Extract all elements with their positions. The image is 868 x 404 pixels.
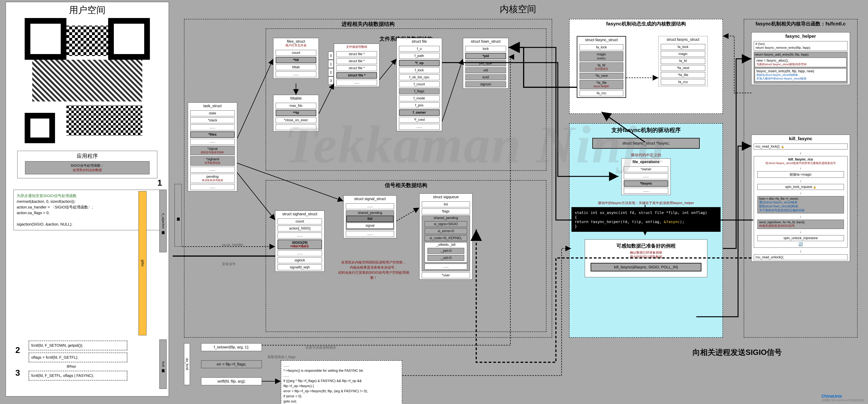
- fdtable-box: fdtable max_fds **fd *close_on_exec ....…: [273, 95, 319, 131]
- step-3-label: 3: [16, 368, 20, 378]
- fasync-helper-box: fasync_helper if (!on) return fasync_rem…: [751, 32, 850, 85]
- setfl-box: setfl(fd, filp, arg);: [201, 377, 262, 385]
- kernel-space-title: 内核空间: [173, 3, 863, 15]
- fasync-struct-left: struct fasync_struct fa_lock magic0x4601…: [577, 36, 626, 98]
- fcntl-syscall-bar: fcntl系统调用接口: [159, 340, 166, 389]
- signal-struct-box: struct signal_struct ...... shared_pendi…: [343, 195, 397, 238]
- sigqueue-box: struct sigqueue list flags shared_pendin…: [419, 193, 472, 280]
- sigaction-syscall-bar: rt_sigaction系统调用接口: [159, 190, 166, 252]
- user-space-title: 用户空间: [6, 4, 169, 16]
- sighand-struct-box: struct sighand_struct count action[_NSIG…: [275, 211, 324, 272]
- driver-panel: 支持fasync机制的驱动程序 struct fasync_struct *fa…: [569, 123, 723, 338]
- step-3a-code: oflags = fcntl(fd, F_GETFL);: [29, 352, 127, 362]
- file-fowner-field: f_owner: [399, 110, 440, 116]
- do-fcntl-label: do_fcntl: [184, 343, 190, 385]
- step-3b-code: fcntl(fd, F_SETFL, oflags | FASYNC);: [29, 371, 127, 380]
- app-box-title: 应用程序: [18, 151, 157, 161]
- data-ready-box: 可感知数据已准备好的例程 确认数据已经准备就绪 用户空间可以获取数据 kill_…: [585, 239, 707, 277]
- driver-fasync-code: static int xx_async(int fd, struct file …: [571, 207, 721, 232]
- setfl-note-box: ...... *->fasync() is responsible for se…: [281, 361, 402, 404]
- files-struct-box: files_struct用户打开文件表 count *fdt fdtab ...…: [273, 38, 319, 79]
- kill-fasync-call: kill_fasync(&fasync, SIGIO, POLL_IN): [591, 263, 702, 272]
- app-program-box: 应用程序 SIGIO信号处理函数： 处理异步到达的数据: [17, 151, 157, 178]
- qr-code: [25, 18, 150, 143]
- step-2-code: fcntl(fd, F_SETOWN, getpid());: [29, 341, 127, 350]
- kernel-space-panel: 内核空间 信号系统调用接口 task_struct state *stack .…: [173, 2, 863, 396]
- signal-note: 在系统从内核空间回到应进程用户空间前， 内核会检查是否表有未决信号， 此时会执行…: [338, 260, 410, 280]
- fd-array-box: 文件描述符数组 struct file * struct file * stru…: [334, 43, 379, 87]
- signal-syscall-bar-k: 信号系统调用接口: [175, 184, 182, 247]
- kill-fasync-box: kill_fasync rcu_read_lock(); ↓ kill_fasy…: [751, 135, 850, 261]
- send-sigio-label: 向相关进程发送SIGIO信号: [692, 347, 782, 358]
- fasync-struct-right: struct fasync_struct fa_lock magic fa_fd…: [658, 36, 708, 86]
- file-operations-box: file_operations *owner ...... *fasync ..…: [621, 158, 671, 195]
- sigio-handler-box: SIGIO信号处理函数： 处理异步到达的数据: [25, 161, 150, 174]
- sigio-action-field: SIGIO(29)IO现在可能发生: [278, 240, 322, 249]
- get-flags-box: err = filp->f_flags;: [201, 361, 262, 368]
- fown-struct-box: struct fown_struct lock *pid pid_type ui…: [463, 38, 508, 89]
- glibc-bar: glibc: [138, 191, 147, 335]
- f-setown-box: f_setown(filp, arg, 1);: [201, 343, 262, 351]
- file-fop-field: *f_op: [399, 60, 440, 66]
- chinaunix-logo: ChinaUnix 全球最大的Linux/Unix中文技术社区: [821, 394, 864, 402]
- struct-file-box: struct file f_u f_path *f_op f_lock f_sb…: [397, 38, 442, 131]
- fasync-ptr-decl: struct fasync_struct *fasync;: [592, 138, 700, 149]
- step-2-label: 2: [16, 345, 20, 355]
